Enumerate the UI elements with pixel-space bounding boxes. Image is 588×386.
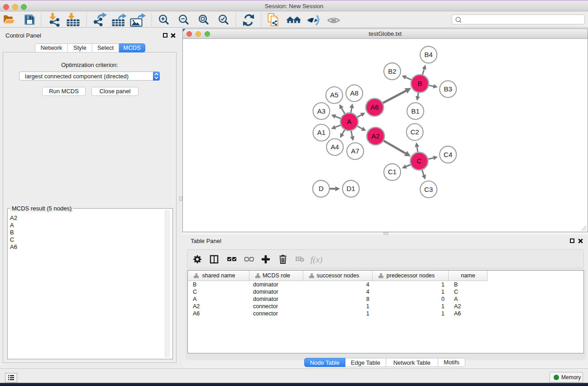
svg-text:A3: A3 — [317, 107, 325, 115]
svg-text:D1: D1 — [347, 185, 355, 192]
svg-text:A1: A1 — [317, 129, 325, 136]
svg-text:A: A — [347, 118, 352, 125]
svg-text:D: D — [319, 185, 324, 192]
svg-text:A7: A7 — [351, 147, 359, 155]
svg-text:B: B — [417, 80, 422, 87]
svg-text:C1: C1 — [388, 168, 397, 176]
svg-text:A2: A2 — [372, 132, 380, 140]
svg-text:B4: B4 — [425, 51, 433, 58]
svg-text:f(x): f(x) — [311, 255, 322, 265]
svg-text:A6: A6 — [371, 103, 379, 111]
svg-text:B2: B2 — [388, 67, 396, 75]
svg-text:C4: C4 — [444, 151, 452, 158]
svg-text:A5: A5 — [330, 91, 338, 99]
svg-text:B3: B3 — [444, 85, 452, 93]
svg-text:C2: C2 — [411, 128, 419, 136]
svg-text:B1: B1 — [411, 107, 420, 115]
svg-text:C: C — [417, 157, 422, 165]
svg-text:C3: C3 — [424, 186, 433, 193]
svg-text:A8: A8 — [350, 89, 359, 97]
svg-text:A4: A4 — [331, 143, 339, 151]
